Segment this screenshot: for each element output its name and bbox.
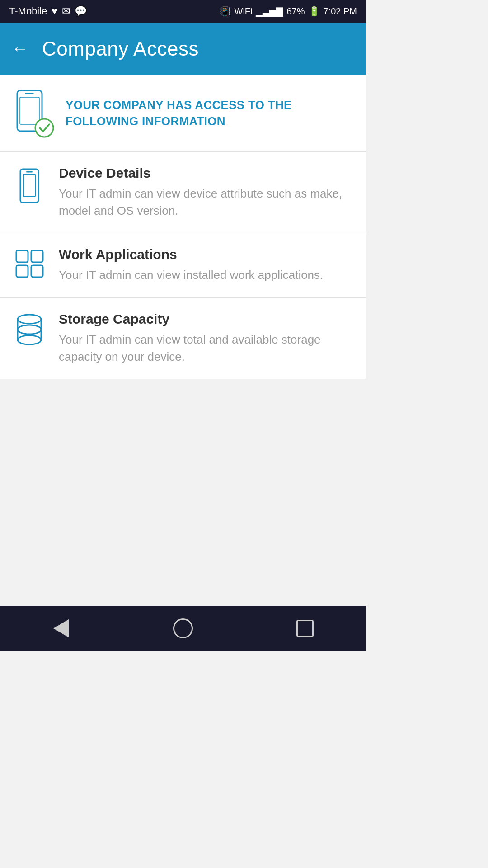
work-applications-content: Work Applications Your IT admin can view…: [59, 247, 352, 284]
svg-point-17: [18, 335, 41, 344]
svg-rect-1: [20, 97, 39, 124]
wifi-icon: WiFi: [235, 6, 253, 17]
apps-icon: [14, 247, 45, 278]
storage-capacity-title: Storage Capacity: [59, 311, 352, 327]
device-details-desc: Your IT admin can view device attribute …: [59, 185, 352, 219]
vibrate-icon: 📳: [220, 6, 231, 17]
apps-svg: [15, 249, 44, 278]
svg-rect-10: [31, 265, 43, 277]
back-button[interactable]: ←: [11, 39, 28, 58]
time: 7:02 PM: [324, 6, 357, 17]
status-left: T-Mobile ♥ ✉ 💬: [9, 5, 87, 17]
phone-check-icon: [14, 88, 54, 138]
heartbeat-icon: ♥: [52, 5, 57, 17]
mail-icon: ✉: [62, 5, 70, 17]
svg-rect-7: [16, 250, 28, 262]
svg-point-14: [18, 325, 41, 334]
phone-svg: [18, 168, 41, 204]
work-applications-item: Work Applications Your IT admin can view…: [0, 233, 366, 297]
database-svg: [16, 314, 43, 348]
svg-rect-8: [31, 250, 43, 262]
phone-icon: [14, 165, 45, 204]
signal-icon: ▁▃▅▇: [256, 6, 283, 17]
device-details-item: Device Details Your IT admin can view de…: [0, 152, 366, 233]
app-bar: ← Company Access: [0, 23, 366, 75]
header-section: YOUR COMPANY HAS ACCESS TO THE FOLLOWING…: [0, 75, 366, 151]
work-applications-title: Work Applications: [59, 247, 352, 262]
svg-rect-5: [23, 174, 35, 197]
svg-rect-2: [25, 93, 34, 94]
carrier-text: T-Mobile: [9, 5, 47, 17]
chat-icon: 💬: [75, 5, 87, 17]
svg-point-11: [18, 315, 41, 324]
svg-point-3: [35, 119, 53, 137]
nav-back-button[interactable]: [47, 615, 75, 642]
back-triangle-icon: [53, 619, 69, 637]
content-area: YOUR COMPANY HAS ACCESS TO THE FOLLOWING…: [0, 75, 366, 379]
header-text: YOUR COMPANY HAS ACCESS TO THE FOLLOWING…: [66, 97, 352, 130]
nav-recents-button[interactable]: [291, 615, 319, 642]
recents-square-icon: [296, 620, 314, 637]
svg-rect-6: [26, 171, 33, 173]
svg-rect-9: [16, 265, 28, 277]
battery-percent: 67%: [286, 6, 305, 17]
battery-icon: 🔋: [309, 6, 320, 17]
home-circle-icon: [173, 618, 193, 638]
nav-bar: [0, 606, 366, 651]
device-access-icon: [14, 88, 54, 140]
nav-home-button[interactable]: [169, 615, 197, 642]
work-applications-desc: Your IT admin can view installed work ap…: [59, 267, 352, 284]
storage-capacity-content: Storage Capacity Your IT admin can view …: [59, 311, 352, 365]
status-right: 📳 WiFi ▁▃▅▇ 67% 🔋 7:02 PM: [220, 6, 357, 17]
page-title: Company Access: [42, 38, 199, 60]
device-details-title: Device Details: [59, 165, 352, 181]
storage-capacity-desc: Your IT admin can view total and availab…: [59, 331, 352, 365]
storage-capacity-item: Storage Capacity Your IT admin can view …: [0, 298, 366, 379]
database-icon: [14, 311, 45, 348]
status-bar: T-Mobile ♥ ✉ 💬 📳 WiFi ▁▃▅▇ 67% 🔋 7:02 PM: [0, 0, 366, 23]
device-details-content: Device Details Your IT admin can view de…: [59, 165, 352, 219]
